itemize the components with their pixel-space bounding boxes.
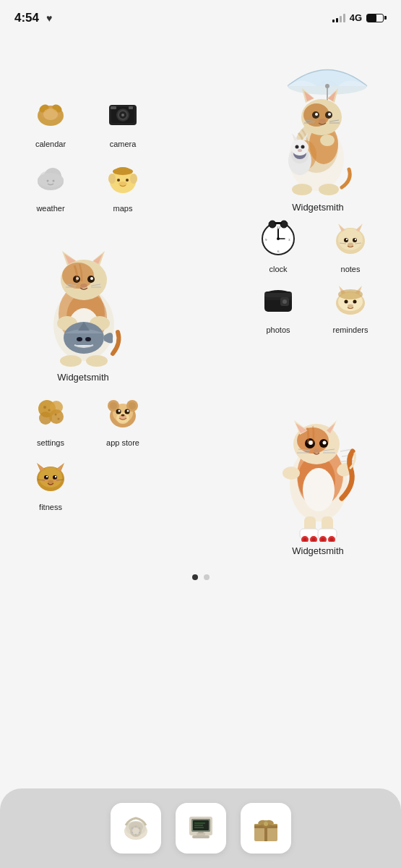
svg-point-125 bbox=[338, 289, 363, 299]
app-row-fitness: fitness bbox=[22, 454, 152, 511]
status-bar: 4:54 ♥ 4G bbox=[0, 0, 401, 32]
dock-icon-phone[interactable] bbox=[111, 803, 161, 854]
svg-point-30 bbox=[325, 84, 329, 88]
svg-point-17 bbox=[47, 180, 49, 182]
app-row-photos-reminders: photos bbox=[249, 277, 379, 334]
dock-icon-gifts[interactable] bbox=[241, 803, 291, 854]
svg-point-209 bbox=[138, 832, 139, 833]
widgetsmith-1[interactable]: Widgetsmith bbox=[256, 46, 379, 213]
fitness-icon bbox=[28, 454, 73, 499]
app-icon-maps[interactable]: maps bbox=[94, 156, 152, 213]
app-icon-calendar[interactable]: calendar bbox=[22, 91, 79, 148]
app-icon-appstore[interactable]: app store bbox=[94, 390, 152, 447]
svg-point-54 bbox=[291, 140, 309, 156]
network-type: 4G bbox=[350, 12, 362, 23]
weather-label: weather bbox=[36, 204, 64, 213]
svg-point-201 bbox=[329, 538, 333, 542]
app-icon-fitness[interactable]: fitness bbox=[22, 454, 79, 511]
svg-point-188 bbox=[283, 467, 300, 480]
svg-point-136 bbox=[58, 418, 60, 420]
heart-icon: ♥ bbox=[46, 12, 52, 24]
maps-label: maps bbox=[113, 204, 133, 213]
svg-point-230 bbox=[264, 822, 268, 826]
section3-left-apps: settings bbox=[22, 390, 152, 511]
svg-point-159 bbox=[55, 476, 56, 477]
cat-umbrella-image bbox=[262, 46, 374, 198]
widgetsmith-2[interactable]: Widgetsmith bbox=[22, 216, 145, 383]
page-dot-1[interactable] bbox=[192, 574, 198, 580]
svg-point-76 bbox=[80, 284, 87, 288]
cat-shark-image bbox=[27, 216, 139, 368]
svg-point-111 bbox=[348, 243, 353, 247]
svg-point-97 bbox=[277, 237, 280, 240]
svg-point-207 bbox=[134, 826, 136, 827]
svg-point-57 bbox=[295, 145, 298, 149]
svg-point-107 bbox=[344, 238, 348, 242]
svg-point-149 bbox=[121, 414, 125, 417]
fitness-label: fitness bbox=[39, 503, 62, 511]
app-icon-reminders[interactable]: reminders bbox=[322, 277, 379, 334]
status-right: 4G bbox=[332, 12, 387, 23]
app-icon-weather[interactable]: weather bbox=[22, 156, 79, 213]
svg-rect-10 bbox=[129, 106, 133, 109]
page-dot-2[interactable] bbox=[204, 574, 210, 580]
reminders-label: reminders bbox=[333, 326, 368, 334]
app-icon-photos[interactable]: photos bbox=[249, 277, 307, 334]
clock-label: clock bbox=[269, 265, 287, 273]
svg-point-50 bbox=[320, 135, 335, 146]
settings-icon bbox=[28, 390, 73, 435]
svg-point-147 bbox=[127, 410, 129, 412]
calendar-label: calendar bbox=[35, 140, 66, 148]
svg-point-45 bbox=[319, 119, 326, 123]
svg-point-23 bbox=[117, 179, 120, 182]
svg-point-87 bbox=[60, 355, 82, 367]
svg-point-208 bbox=[138, 827, 139, 829]
main-content: calendar bbox=[0, 32, 401, 560]
svg-point-12 bbox=[121, 114, 124, 116]
camera-label: camera bbox=[110, 140, 137, 148]
svg-rect-222 bbox=[198, 832, 204, 833]
signal-icon bbox=[332, 14, 345, 22]
svg-point-75 bbox=[90, 277, 93, 280]
dock bbox=[0, 788, 401, 868]
svg-point-142 bbox=[129, 402, 136, 409]
camera-icon bbox=[100, 91, 145, 136]
svg-point-108 bbox=[353, 238, 357, 242]
app-row-1: calendar bbox=[22, 91, 152, 148]
svg-point-58 bbox=[301, 145, 304, 149]
cat-skates-image bbox=[262, 390, 374, 542]
app-row-settings-appstore: settings bbox=[22, 390, 152, 447]
svg-point-25 bbox=[118, 182, 127, 186]
notes-label: notes bbox=[341, 265, 361, 273]
svg-point-43 bbox=[315, 113, 318, 116]
svg-point-133 bbox=[43, 406, 46, 409]
svg-point-180 bbox=[314, 448, 319, 453]
svg-point-18 bbox=[53, 180, 55, 182]
settings-label: settings bbox=[37, 438, 64, 447]
svg-point-146 bbox=[118, 410, 121, 412]
app-icon-notes[interactable]: notes bbox=[322, 216, 379, 273]
reminders-icon bbox=[328, 277, 373, 322]
svg-point-132 bbox=[49, 409, 64, 424]
svg-point-200 bbox=[321, 538, 324, 542]
weather-icon bbox=[28, 156, 73, 200]
svg-rect-100 bbox=[275, 222, 282, 224]
svg-point-22 bbox=[116, 167, 130, 173]
photos-icon bbox=[256, 277, 301, 322]
app-icon-clock[interactable]: 12 3 6 9 bbox=[249, 216, 307, 273]
app-row-2: weather bbox=[22, 156, 152, 213]
photos-label: photos bbox=[266, 326, 290, 334]
svg-point-86 bbox=[85, 337, 91, 341]
svg-point-126 bbox=[345, 300, 348, 304]
app-icon-camera[interactable]: camera bbox=[94, 91, 152, 148]
svg-point-118 bbox=[283, 299, 287, 304]
app-icon-settings[interactable]: settings bbox=[22, 390, 79, 447]
widgetsmith2-label: Widgetsmith bbox=[57, 372, 109, 383]
widgetsmith1-label: Widgetsmith bbox=[292, 202, 344, 213]
widgetsmith-3[interactable]: Widgetsmith bbox=[256, 390, 379, 556]
section1-left: calendar bbox=[22, 91, 152, 213]
svg-point-211 bbox=[131, 832, 132, 833]
dock-icon-computer[interactable] bbox=[176, 803, 226, 854]
svg-point-88 bbox=[86, 355, 108, 367]
section2-right-apps: 12 3 6 9 bbox=[249, 216, 379, 334]
